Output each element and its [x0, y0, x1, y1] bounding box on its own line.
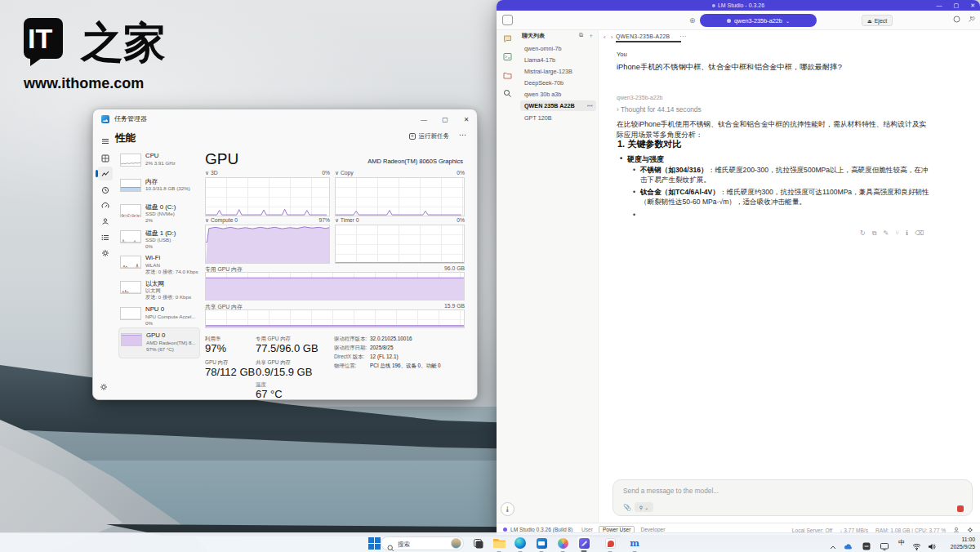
tray-app-icon-2[interactable] [880, 539, 889, 552]
thought-toggle[interactable]: › Thought for 44.14 seconds [617, 105, 702, 114]
details-icon[interactable] [98, 230, 113, 244]
processes-icon[interactable] [98, 151, 113, 165]
settings-icon[interactable] [100, 383, 108, 393]
bullet-group-title: 硬度与强度 [627, 154, 664, 165]
app-history-icon[interactable] [98, 183, 113, 197]
input-options[interactable]: ⚲⌄ [635, 502, 653, 512]
tab-menu-icon[interactable]: ⋯ [679, 33, 686, 40]
downloads-button[interactable]: ⭳ [501, 502, 514, 516]
wrench-icon[interactable] [968, 16, 975, 24]
chat-item-selected[interactable]: QWEN 235B A22B⋯ [520, 100, 596, 111]
assistant-paragraph: 在比较iPhone手机使用不锈钢、钛合金和铝合金中框的抗摔性能时，需从材料特性、… [617, 119, 932, 140]
mode-user[interactable]: User [581, 527, 593, 532]
menu-icon[interactable] [98, 134, 113, 148]
perf-item-disk0[interactable]: 磁盘 0 (C:) SSD (NVMe) 2% [118, 201, 200, 226]
perf-item-ethernet[interactable]: 以太网 以太网 发送: 0 接收: 0 Kbps [118, 278, 200, 303]
perf-item-cpu[interactable]: CPU 2% 3.91 GHz [118, 150, 200, 176]
chat-appearance-icon[interactable] [953, 16, 960, 24]
disk1-sparkline [120, 230, 141, 243]
perf-item-wifi[interactable]: Wi-Fi WLAN 发送: 0 接收: 74.0 Kbps [118, 252, 200, 278]
user-message: iPhone手机的不锈钢中框、钛合金中框和铝合金中框，哪款最耐摔? [617, 62, 931, 73]
eject-button[interactable]: ⏏Eject [862, 15, 893, 26]
model-selector[interactable]: qwen3-235b-a22b⌄ [700, 14, 817, 27]
chat-item-menu-icon[interactable]: ⋯ [587, 100, 593, 111]
perf-item-memory[interactable]: 内存 10.3/31.8 GB (32%) [118, 176, 200, 201]
run-new-task-icon [409, 133, 416, 140]
close-button[interactable]: ✕ [456, 109, 477, 129]
startup-apps-icon[interactable] [98, 198, 113, 212]
active-chat-tab[interactable]: QWEN3-235B-A22B [616, 33, 670, 39]
run-new-task-button[interactable]: 运行新任务 [409, 132, 450, 140]
chart-compute-header: ∨ Compute 097% [205, 217, 330, 224]
gpu-sparkline [121, 333, 142, 346]
discover-search-icon[interactable] [501, 87, 513, 99]
wifi-icon[interactable] [912, 539, 921, 552]
edge-button[interactable] [513, 536, 528, 550]
copilot-button[interactable] [555, 536, 570, 550]
lm-studio-toolbar: ⊕ qwen3-235b-a22b⌄ ⏏Eject [497, 11, 980, 30]
chat-item[interactable]: Mistral-large-123B [520, 66, 596, 77]
desktop: IT 之家 www.ithome.com 任务管理器 — ▢ ✕ 性能 运行新任… [0, 0, 980, 552]
chat-list-header: 聊天列表 [522, 32, 545, 40]
chat-item[interactable]: GPT 120B [520, 113, 596, 123]
close-button[interactable]: ✕ [970, 2, 975, 9]
clock[interactable]: 11:00 2025/9/25 [951, 536, 975, 550]
ithome-logo-cn: 之家 [81, 15, 166, 72]
new-chat-plus-icon[interactable]: ＋ [588, 32, 594, 40]
active-tab-underline [616, 41, 681, 42]
chat-item[interactable]: Llama4-17b [520, 55, 596, 65]
volume-icon[interactable] [928, 539, 936, 552]
edit-icon[interactable]: ✎ [883, 229, 889, 238]
tray-time: 11:00 [951, 536, 975, 543]
collapse-list-icon[interactable]: ⧉ [579, 32, 583, 38]
stop-generation-button[interactable] [957, 505, 964, 512]
tray-app-icon-1[interactable] [862, 539, 871, 552]
minimize-button[interactable]: — [937, 2, 942, 8]
message-input[interactable]: Send a message to the model... 📎 ⚲⌄ [612, 479, 973, 516]
ithome-watermark: IT 之家 www.ithome.com [24, 16, 187, 94]
message-actions: ↻ ⧉ ✎ ⑂ ℹ ⌫ [860, 229, 924, 238]
onedrive-icon[interactable] [844, 539, 853, 552]
m-app-button[interactable]: m [627, 536, 642, 550]
info-icon[interactable]: ℹ [906, 229, 908, 238]
lm-studio-window: LM Studio - 0.3.26 — ▢ ✕ ⊕ qwen3-235b-a2… [497, 0, 980, 535]
paint-app-button[interactable] [603, 536, 617, 550]
hidden-icons-chevron[interactable] [830, 540, 836, 552]
more-options-button[interactable]: ⋯ [459, 131, 467, 139]
regenerate-icon[interactable]: ↻ [860, 229, 866, 238]
perf-item-npu[interactable]: NPU 0 NPU Compute Accel... 0% [118, 304, 200, 329]
models-folder-icon[interactable] [501, 69, 513, 81]
perf-item-gpu[interactable]: GPU 0 AMD Radeon(TM) 8... 97% (67 °C) [118, 327, 200, 358]
branch-icon[interactable]: ⑂ [895, 229, 899, 238]
model-settings-icon[interactable]: ⊕ [689, 16, 696, 24]
copy-icon[interactable]: ⧉ [872, 229, 877, 238]
app-version: LM Studio 0.3.26 (Build 8) [510, 527, 572, 532]
lm-studio-taskbar-button[interactable] [577, 536, 591, 550]
stat-shared-value: 0.9/15.9 GB [256, 366, 312, 378]
mode-developer[interactable]: Developer [640, 527, 665, 532]
chat-item[interactable]: qwen 30b a3b [520, 89, 596, 100]
chat-item[interactable]: DeepSeek-70b [520, 78, 596, 88]
task-view-button[interactable] [470, 536, 485, 550]
chat-item[interactable]: qwen-omni-7b [520, 43, 596, 54]
maximize-button[interactable]: ▢ [954, 2, 960, 9]
new-chat-icon[interactable] [502, 15, 513, 25]
directx-version-row: DirectX 版本:12 (FL 12.1) [334, 354, 399, 361]
minimize-button[interactable]: — [413, 109, 434, 129]
ime-indicator[interactable]: 中 [898, 538, 905, 547]
services-icon[interactable] [98, 246, 113, 260]
search-box[interactable]: 搜索 [381, 536, 464, 550]
developer-icon[interactable] [501, 51, 513, 62]
file-explorer-button[interactable] [492, 536, 506, 550]
perf-item-disk1[interactable]: 磁盘 1 (D:) SSD (USB) 0% [118, 227, 200, 252]
mail-app-button[interactable] [534, 536, 549, 550]
users-icon[interactable] [98, 214, 113, 228]
chat-icon[interactable] [501, 33, 513, 44]
performance-icon[interactable] [98, 167, 113, 180]
attach-icon[interactable]: 📎 [623, 504, 631, 511]
maximize-button[interactable]: ▢ [434, 109, 456, 129]
input-placeholder: Send a message to the model... [623, 487, 719, 495]
start-button[interactable] [367, 536, 381, 550]
search-daily-image[interactable] [451, 538, 461, 549]
delete-icon[interactable]: ⌫ [915, 229, 924, 238]
